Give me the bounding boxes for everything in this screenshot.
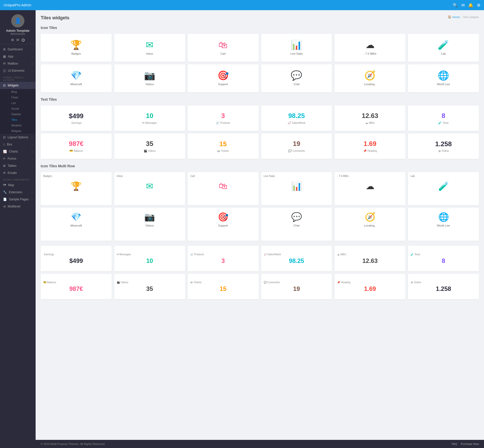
sidebar-item-widgets[interactable]: ⊡Widgets ⌄ [0, 82, 36, 89]
multirow-tile-4[interactable]: - 7.5 MB/s ☁ [334, 172, 405, 205]
multirow-text-r1-4[interactable]: ☁MB/s 12.63 [334, 246, 405, 271]
tile-icon: 🌐 [438, 71, 449, 80]
icon-tile-6[interactable]: 💎Minecraft [41, 64, 112, 92]
multirow-text-row2-grid: 💳Balance 987€🎬Videos 35🎟Tickets 15💬Comme… [41, 274, 479, 299]
sidebar-item-layout-options[interactable]: ⊟Layout Options › [0, 134, 36, 141]
gear-icon[interactable]: ⚙ [477, 3, 480, 8]
profile-power-icon[interactable]: ⏻ [21, 38, 25, 42]
sidebar-item-box[interactable]: □Box › [0, 141, 36, 148]
breadcrumb-separator: › [461, 16, 462, 19]
icon-tile-8[interactable]: 🎯Support [188, 64, 259, 92]
breadcrumb-current: Tiles widgets [463, 16, 479, 19]
multirow-tile-11[interactable]: 🌐 World Live [408, 208, 479, 241]
mt-label: 🖥Online [410, 281, 421, 284]
footer-purchase-link[interactable]: Purchase Now [461, 442, 479, 445]
multirow-text-r2-2[interactable]: 🎟Tickets 15 [188, 274, 259, 299]
profile-settings-icon[interactable]: ⚙ [11, 38, 14, 42]
icon-tile-5[interactable]: 🧪Lab [408, 34, 479, 62]
icon-tile-9[interactable]: 💬Chat [261, 64, 332, 92]
multirow-name: World Live [437, 224, 450, 227]
multirow-tile-5[interactable]: Lab 🧪 [408, 172, 479, 205]
multirow-text-r1-3[interactable]: 📈Sales/Week 98.25 [261, 246, 332, 271]
tile-icon: 💬 [291, 71, 302, 80]
text-tile-r2-4[interactable]: 1.69 📌Heading [334, 133, 405, 159]
text-tile-r2-0[interactable]: 987€ 💳Balance [41, 133, 112, 159]
multirow-tile-8[interactable]: 🎯 Support [188, 208, 259, 241]
text-tile-r2-5[interactable]: 1.258 🖥Online [408, 133, 479, 159]
multirow-text-r2-0[interactable]: 💳Balance 987€ [41, 274, 112, 299]
multirow-text-r1-1[interactable]: ✉Messages 10 [114, 246, 185, 271]
sidebar-subitem-weather[interactable]: Weather [0, 123, 36, 128]
multirow-text-r2-3[interactable]: 💬Comments 19 [261, 274, 332, 299]
text-tile-r1-0[interactable]: $499 Earnings [41, 106, 112, 131]
icon-tile-4[interactable]: ☁- 7.5 MB/s [334, 34, 405, 62]
footer-faq-link[interactable]: FAQ [451, 442, 457, 445]
sidebar-item-emails[interactable]: ✉Emails › [0, 169, 36, 176]
tile-label: Locating.. [364, 83, 376, 86]
profile-mail-icon[interactable]: ✉ [16, 38, 19, 42]
sidebar-subitem-chart[interactable]: Chart [0, 95, 36, 100]
multirow-tile-7[interactable]: 📷 Videos [114, 208, 185, 241]
text-tile-r2-3[interactable]: 19 💬Comments [261, 133, 332, 159]
sidebar-subitem-blog[interactable]: Blog [0, 89, 36, 95]
multirow-text-r2-4[interactable]: 📌Heading 1.69 [334, 274, 405, 299]
multirow-tile-0[interactable]: Badges 🏆 [41, 172, 112, 205]
text-tile-r1-4[interactable]: 12.63 ☁MB/s [334, 106, 405, 131]
text-tile-r2-1[interactable]: 35 🎬Videos [114, 133, 185, 159]
text-tile-r1-1[interactable]: 10 ✉Messages [114, 106, 185, 131]
icon-tile-11[interactable]: 🌐World Live [408, 64, 479, 92]
multirow-text-r1-5[interactable]: 🧪Tests 8 [408, 246, 479, 271]
multirow-text-r1-2[interactable]: 🛒Products 3 [188, 246, 259, 271]
sidebar-item-map[interactable]: 🗺Map › [0, 182, 36, 189]
bell-icon[interactable]: 🔔 [468, 3, 473, 8]
chevron-right-icon: › [32, 69, 33, 72]
sidebar-item-charts[interactable]: 📈Charts › [0, 148, 36, 155]
sidebar-subitem-social[interactable]: Social [0, 106, 36, 111]
multirow-tile-2[interactable]: Cart 🛍 [188, 172, 259, 205]
tile-label: - 7.5 MB/s [364, 52, 376, 55]
search-icon[interactable]: 🔍 [453, 3, 458, 8]
sidebar-item-dashboard[interactable]: ⊞Dashboard › [0, 46, 36, 53]
sidebar-item-app[interactable]: ▦App › [0, 53, 36, 60]
multirow-text-r1-0[interactable]: Earnings $499 [41, 246, 112, 271]
multirow-tile-6[interactable]: 💎 Minecraft [41, 208, 112, 241]
mt-label: 📌Heading [337, 281, 350, 284]
text-tile-r2-2[interactable]: 15 🎟Tickets [188, 133, 259, 159]
sidebar-item-ui-elements[interactable]: ◫UI Elements › [0, 67, 36, 74]
multirow-text-r2-5[interactable]: 🖥Online 1.258 [408, 274, 479, 299]
charts-icon: 📈 [3, 150, 7, 153]
breadcrumb-row: Tiles widgets 🏠 Home › Tiles widgets [41, 15, 479, 21]
multirow-text-r2-1[interactable]: 🎬Videos 35 [114, 274, 185, 299]
sidebar-subitem-tiles[interactable]: Tiles [0, 117, 36, 123]
multirow-tile-10[interactable]: 🧭 Locating.. [334, 208, 405, 241]
mail-icon[interactable]: ✉ [461, 3, 465, 8]
multirow-tile-1[interactable]: Inbox ✉ [114, 172, 185, 205]
breadcrumb-home[interactable]: Home [452, 16, 460, 19]
main-content: Tiles widgets 🏠 Home › Tiles widgets Ico… [36, 10, 484, 440]
tile-label: 🧪Tests [438, 121, 448, 125]
multirow-tile-3[interactable]: Live Stats 📊 [261, 172, 332, 205]
sidebar-item-extension[interactable]: 🔧Extension › [0, 189, 36, 196]
icon-tile-0[interactable]: 🏆Badges [41, 34, 112, 62]
icon-tile-3[interactable]: 📊Live Stats [261, 34, 332, 62]
sidebar-item-tables[interactable]: ⊞Tables › [0, 162, 36, 169]
sidebar-item-multilevel[interactable]: ⇉Multilevel › [0, 203, 36, 210]
sidebar-subitem-statistic[interactable]: Statistic [0, 111, 36, 117]
text-tile-r1-5[interactable]: 8 🧪Tests [408, 106, 479, 131]
icon-tile-1[interactable]: ✉Inbox [114, 34, 185, 62]
tile-label: 🛒Products [216, 121, 230, 125]
sidebar-subitem-widgets[interactable]: Widgets [0, 128, 36, 134]
icon-tile-10[interactable]: 🧭Locating.. [334, 64, 405, 92]
text-tile-r1-2[interactable]: 3 🛒Products [188, 106, 259, 131]
icon-tile-7[interactable]: 📷Videos [114, 64, 185, 92]
multirow-tile-9[interactable]: 💬 Chat [261, 208, 332, 241]
ui-icon: ◫ [3, 69, 6, 72]
sidebar-subitem-list[interactable]: List [0, 100, 36, 106]
text-tile-r1-3[interactable]: 98.25 📈Sales/Week [261, 106, 332, 131]
tile-value: 35 [146, 140, 153, 148]
sidebar-item-sample-pages[interactable]: 📄Sample Pages › [0, 196, 36, 203]
sidebar-item-mailbox[interactable]: ✉Mailbox › [0, 60, 36, 67]
icon-tile-2[interactable]: 🛍Cart [188, 34, 259, 62]
tile-value: 987€ [69, 140, 83, 148]
sidebar-item-forms[interactable]: ✏Forms › [0, 155, 36, 162]
